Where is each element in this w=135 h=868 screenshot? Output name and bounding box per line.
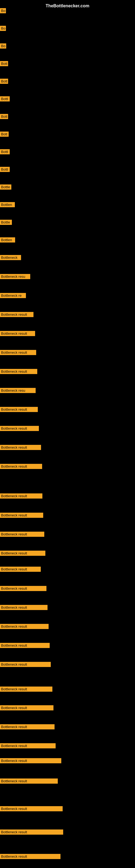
bar-label: Bottleneck result: [0, 350, 36, 355]
bar-label: Bottleneck result: [0, 662, 51, 667]
bar-label: Bottleneck result: [0, 705, 53, 710]
bar-label: Bottleneck re: [0, 293, 26, 298]
bar-item: Bottleneck result: [0, 605, 48, 610]
bar-item: Bottleneck result: [0, 369, 37, 374]
bar-item: Bott: [0, 61, 8, 66]
bar-label: Bottleneck result: [0, 331, 35, 336]
bar-item: Bottleneck: [0, 255, 21, 260]
bar-label: Bottleneck: [0, 255, 21, 260]
bar-label: Bottleneck result: [0, 643, 50, 648]
bar-item: Bottleneck result: [0, 312, 34, 317]
bar-label: Bottleneck result: [0, 369, 37, 374]
bar-label: Bo: [0, 26, 6, 31]
bar-item: Bottleneck result: [0, 624, 49, 629]
bar-label: Bottlen: [0, 202, 15, 207]
bar-label: Bottleneck result: [0, 426, 39, 431]
bar-label: Bottleneck result: [0, 806, 63, 811]
bar-item: Bottleneck result: [0, 551, 45, 556]
bar-item: Bo: [0, 8, 6, 13]
bar-label: Bottleneck result: [0, 854, 60, 859]
bar-label: Bottleneck result: [0, 312, 34, 317]
bar-label: Bottleneck result: [0, 830, 63, 835]
bar-item: Bottleneck result: [0, 532, 44, 537]
bar-item: Bottleneck result: [0, 778, 58, 784]
bar-label: Bottleneck result: [0, 686, 52, 692]
bar-label: Bottlen: [0, 237, 15, 243]
bar-item: Bottlen: [0, 237, 15, 243]
bar-item: Bo: [0, 43, 6, 49]
bar-item: Bottleneck result: [0, 407, 38, 412]
bar-label: Bottleneck result: [0, 624, 49, 629]
bar-item: Bottl: [0, 149, 10, 154]
bar-item: Bottleneck re: [0, 293, 26, 298]
bar-label: Bottleneck resu: [0, 388, 36, 393]
bar-item: Bottleneck result: [0, 350, 36, 355]
bar-label: Bottleneck result: [0, 743, 56, 748]
bar-label: Bo: [0, 43, 6, 49]
bar-item: Bottleneck result: [0, 426, 39, 431]
bar-label: Bottleneck result: [0, 605, 48, 610]
bar-label: Bottleneck result: [0, 551, 45, 556]
bar-item: Bo: [0, 26, 6, 31]
bar-item: Bottleneck result: [0, 445, 41, 450]
bar-item: Bottleneck result: [0, 331, 35, 336]
bar-item: Bottleneck result: [0, 705, 53, 710]
bar-label: Bottleneck result: [0, 445, 41, 450]
bar-label: Bottleneck result: [0, 758, 61, 763]
bar-label: Bottle: [0, 220, 12, 225]
bar-item: Bottleneck result: [0, 586, 46, 591]
bar-item: Bottleneck result: [0, 464, 42, 469]
bar-label: Bott: [0, 79, 8, 84]
bar-label: Bott: [0, 114, 8, 119]
bar-item: Bott: [0, 131, 9, 137]
bar-item: Bott: [0, 114, 8, 119]
site-title: TheBottlenecker.com: [46, 1, 89, 10]
bar-label: Bottleneck result: [0, 513, 43, 518]
bar-item: Bottleneck result: [0, 758, 61, 763]
bar-item: Bottleneck result: [0, 724, 54, 730]
bar-label: Bott: [0, 61, 8, 66]
bar-label: Bottl: [0, 149, 10, 154]
bar-label: Bottl: [0, 167, 10, 172]
bar-label: Bottleneck result: [0, 407, 38, 412]
bar-item: Bottleneck result: [0, 854, 60, 859]
bar-item: Bottleneck result: [0, 567, 41, 572]
bar-item: Bottl: [0, 96, 10, 101]
bar-item: Bottleneck result: [0, 743, 56, 748]
bar-label: Bottl: [0, 96, 10, 101]
bar-label: Bottleneck result: [0, 586, 46, 591]
bar-label: Bottleneck result: [0, 724, 54, 730]
bar-item: Bottle: [0, 184, 11, 190]
bar-item: Bottleneck result: [0, 806, 63, 811]
bar-item: Bottle: [0, 220, 12, 225]
bar-item: Bottlen: [0, 202, 15, 207]
bar-label: Bottleneck resu: [0, 274, 30, 279]
bar-item: Bottleneck result: [0, 493, 42, 499]
bar-label: Bottleneck result: [0, 464, 42, 469]
bar-label: Bottleneck result: [0, 567, 41, 572]
bar-label: Bo: [0, 8, 6, 13]
bar-item: Bottleneck result: [0, 513, 43, 518]
bar-item: Bottleneck resu: [0, 388, 36, 393]
bar-label: Bottleneck result: [0, 532, 44, 537]
bar-item: Bott: [0, 79, 8, 84]
bar-label: Bottleneck result: [0, 778, 58, 784]
bar-item: Bottleneck result: [0, 643, 50, 648]
bar-label: Bott: [0, 131, 9, 137]
bar-label: Bottleneck result: [0, 493, 42, 499]
bar-item: Bottl: [0, 167, 10, 172]
bar-label: Bottle: [0, 184, 11, 190]
bar-item: Bottleneck result: [0, 662, 51, 667]
bar-item: Bottleneck result: [0, 686, 52, 692]
bar-item: Bottleneck result: [0, 830, 63, 835]
bar-item: Bottleneck resu: [0, 274, 30, 279]
